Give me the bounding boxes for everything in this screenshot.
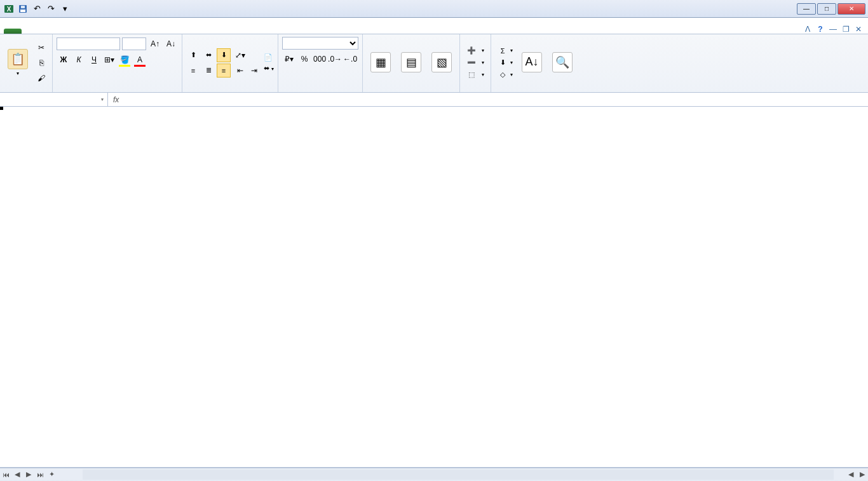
cell-styles-icon: ▧ [431,52,452,72]
paste-button[interactable]: 📋 ▾ [4,48,32,78]
cut-icon[interactable]: ✂ [34,41,48,55]
workbook-close-icon[interactable]: ✕ [854,25,863,34]
delete-cells-button[interactable]: ➖▾ [464,57,487,69]
group-label-alignment [186,88,274,90]
delete-icon: ➖ [466,58,477,68]
format-as-table-button[interactable]: ▤ [397,51,425,75]
qat-dropdown-icon[interactable]: ▾ [58,3,71,15]
decrease-font-icon[interactable]: A↓ [164,37,178,51]
name-box-input[interactable] [4,96,101,104]
undo-icon[interactable]: ↶ [31,3,43,15]
svg-rect-3 [20,10,25,12]
group-label-cells [464,88,487,90]
align-middle-icon[interactable]: ⬌ [201,48,215,62]
worksheet-grid[interactable] [0,107,868,468]
increase-indent-icon[interactable]: ⇥ [247,64,261,78]
horizontal-scrollbar[interactable] [83,470,834,480]
new-sheet-icon[interactable]: ✦ [46,470,57,478]
group-styles: ▦ ▤ ▧ [363,34,460,92]
font-name-combo[interactable] [57,37,120,50]
align-right-icon[interactable]: ≡ [217,64,231,78]
border-button[interactable]: ⊞▾ [102,53,116,67]
sheet-tab-bar: ⏮ ◀ ▶ ⏭ ✦ ◀ ▶ [0,468,868,480]
fill-icon: ⬇ [498,58,508,68]
fill-button[interactable]: ⬇▾ [495,57,515,69]
clear-button[interactable]: ◇▾ [495,69,515,81]
comma-format-icon[interactable]: 000 [313,52,327,66]
format-as-table-icon: ▤ [401,52,421,72]
maximize-button[interactable]: □ [817,3,836,15]
sigma-icon: Σ [498,46,508,56]
conditional-format-button[interactable]: ▦ [367,51,395,75]
accounting-format-icon[interactable]: ₽▾ [282,52,296,66]
merge-center-button[interactable]: ⬌ ▾ [264,64,274,72]
scroll-left-icon[interactable]: ◀ [845,470,857,478]
formula-bar: ▾ fx [0,93,868,107]
autosum-button[interactable]: Σ▾ [495,45,515,57]
fill-color-button[interactable]: 🪣 [118,53,132,67]
wrap-text-button[interactable]: 📄 [264,53,274,62]
decrease-decimal-icon[interactable]: ←.0 [343,52,357,66]
format-cells-button[interactable]: ⬚▾ [464,69,487,81]
minimize-ribbon-icon[interactable]: ᐱ [803,25,812,34]
sheet-nav-prev-icon[interactable]: ◀ [11,470,23,478]
help-icon[interactable]: ? [816,25,825,34]
underline-button[interactable]: Ч [87,53,101,67]
percent-format-icon[interactable]: % [297,52,311,66]
cell-styles-button[interactable]: ▧ [428,51,456,75]
window-controls: — □ ✕ [796,3,865,15]
group-clipboard: 📋 ▾ ✂ ⎘ 🖌 [0,34,53,92]
find-icon: 🔍 [552,52,573,72]
formula-input[interactable] [124,93,868,106]
insert-cells-button[interactable]: ➕▾ [464,45,487,57]
number-format-combo[interactable] [282,37,358,50]
group-alignment: ⬆ ⬌ ⬇ ≡ ≣ ≡ ⤢▾ ⇤ ⇥ 📄 ⬌ [182,34,278,92]
italic-button[interactable]: К [72,53,86,67]
close-button[interactable]: ✕ [837,3,865,15]
ribbon: 📋 ▾ ✂ ⎘ 🖌 A↑ A↓ Ж К Ч ⊞▾ [0,34,868,93]
fx-icon[interactable]: fx [111,95,121,104]
workbook-minimize-icon[interactable]: — [829,25,837,34]
font-size-combo[interactable] [122,37,146,50]
alignment-grid: ⬆ ⬌ ⬇ ≡ ≣ ≡ [186,48,231,78]
merge-icon: ⬌ [264,64,269,72]
formula-buttons: fx [108,93,124,106]
sheet-nav-last-icon[interactable]: ⏭ [34,471,46,478]
group-label-editing [495,88,576,90]
font-color-button[interactable]: A [133,53,147,67]
sort-filter-button[interactable]: A↓ [518,51,546,75]
align-bottom-icon[interactable]: ⬇ [217,48,231,62]
conditional-format-icon: ▦ [370,52,391,72]
save-icon[interactable] [17,3,29,15]
sheet-nav-first-icon[interactable]: ⏮ [0,471,11,478]
ribbon-right-controls: ᐱ ? — ❐ ✕ [803,25,868,34]
clear-icon: ◇ [498,70,508,80]
selection-indicator [0,107,3,109]
group-number: ₽▾ % 000 .0→ ←.0 [278,34,363,92]
minimize-button[interactable]: — [797,3,816,15]
group-editing: Σ▾ ⬇▾ ◇▾ A↓ 🔍 [491,34,580,92]
increase-decimal-icon[interactable]: .0→ [328,52,342,66]
format-painter-icon[interactable]: 🖌 [34,71,48,85]
decrease-indent-icon[interactable]: ⇤ [233,64,247,78]
copy-icon[interactable]: ⎘ [34,56,48,70]
group-cells: ➕▾ ➖▾ ⬚▾ [460,34,491,92]
insert-icon: ➕ [466,46,477,56]
orientation-icon[interactable]: ⤢▾ [233,48,247,62]
increase-font-icon[interactable]: A↑ [148,37,162,51]
workbook-restore-icon[interactable]: ❐ [841,25,850,34]
ribbon-tabs: ᐱ ? — ❐ ✕ [0,18,868,34]
wrap-text-icon: 📄 [264,53,273,61]
align-center-icon[interactable]: ≣ [201,64,215,78]
scroll-right-icon[interactable]: ▶ [857,470,868,478]
name-box[interactable]: ▾ [0,93,108,106]
sheet-nav-next-icon[interactable]: ▶ [23,470,34,478]
align-left-icon[interactable]: ≡ [186,64,200,78]
bold-button[interactable]: Ж [57,53,71,67]
redo-icon[interactable]: ↷ [44,3,57,15]
group-label-number [282,88,358,90]
find-select-button[interactable]: 🔍 [548,51,576,75]
file-tab[interactable] [4,29,22,34]
align-top-icon[interactable]: ⬆ [186,48,200,62]
format-icon: ⬚ [466,70,477,80]
